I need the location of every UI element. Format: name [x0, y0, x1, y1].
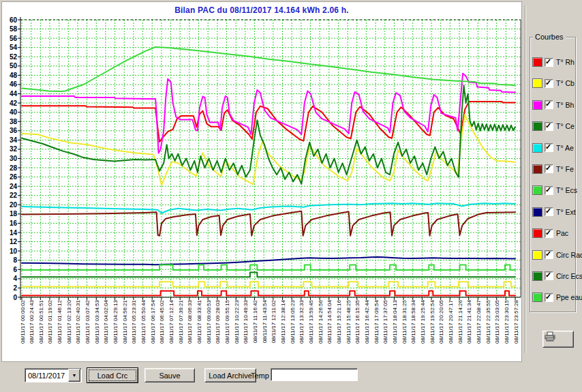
checkbox-t-cb[interactable]: ✓	[545, 79, 553, 88]
svg-text:08/11/17 19:52:54: 08/11/17 19:52:54	[429, 299, 435, 343]
checkbox-t-ae[interactable]: ✓	[545, 143, 553, 152]
dropdown-arrow-icon[interactable]: ▼	[68, 369, 80, 382]
svg-text:08/11/17 11:43:54: 08/11/17 11:43:54	[262, 299, 268, 343]
temp-input[interactable]	[271, 368, 358, 381]
svg-text:08/11/17 04:02:04: 08/11/17 04:02:04	[103, 299, 109, 343]
svg-text:08/11/17 23:30:15: 08/11/17 23:30:15	[504, 299, 510, 343]
temp-label: Temp	[251, 372, 269, 380]
checkbox-t-fe[interactable]: ✓	[545, 164, 553, 173]
svg-text:38: 38	[10, 118, 18, 125]
svg-text:20: 20	[10, 201, 18, 209]
checkbox-circ-rad[interactable]: ✓	[545, 250, 553, 259]
svg-text:08/11/17 09:00:53: 08/11/17 09:00:53	[206, 299, 212, 343]
svg-text:08/11/17 08:33:41: 08/11/17 08:33:41	[196, 299, 202, 343]
svg-text:08/11/17 23:57:28: 08/11/17 23:57:28	[513, 299, 519, 343]
svg-text:08/11/17 00:00:02: 08/11/17 00:00:02	[20, 299, 26, 343]
legend-item-label: T° Cb	[556, 79, 575, 87]
checkbox-ppe-eau[interactable]: ✓	[545, 293, 553, 302]
date-combobox[interactable]: 08/11/2017 ▼	[25, 368, 82, 382]
print-button[interactable]	[542, 331, 574, 348]
checkmark-icon: ✓	[545, 271, 551, 279]
svg-text:08/11/17 13:59:45: 08/11/17 13:59:45	[308, 299, 314, 343]
svg-text:08/11/17 10:49:33: 08/11/17 10:49:33	[243, 299, 249, 343]
svg-text:08/11/17 07:12:14: 08/11/17 07:12:14	[168, 299, 174, 343]
sauve-button[interactable]: Sauve	[144, 368, 195, 382]
legend-item-circ-ecs[interactable]: ✓Circ Ecs	[532, 269, 575, 283]
svg-text:08/11/17 16:15:35: 08/11/17 16:15:35	[354, 299, 361, 343]
svg-text:08/11/17 06:45:02: 08/11/17 06:45:02	[159, 299, 165, 343]
legend-item-t-ae[interactable]: ✓T° Ae	[532, 141, 575, 155]
svg-text:42: 42	[10, 100, 18, 107]
svg-text:08/11/17 19:25:44: 08/11/17 19:25:44	[420, 299, 426, 343]
svg-text:08/11/17 04:29:13: 08/11/17 04:29:13	[112, 299, 119, 343]
svg-text:08/11/17 01:46:12: 08/11/17 01:46:12	[57, 299, 63, 343]
printer-icon	[543, 331, 557, 342]
svg-text:08/11/17 17:37:05: 08/11/17 17:37:05	[382, 299, 388, 343]
svg-text:08/11/17 00:24:43: 08/11/17 00:24:43	[29, 299, 35, 343]
legend-item-t-bh[interactable]: ✓T° Bh	[532, 98, 575, 112]
panel-divider-highlight	[525, 5, 526, 353]
color-swatch	[532, 164, 542, 174]
svg-text:08/11/17 06:17:54: 08/11/17 06:17:54	[150, 299, 156, 343]
checkbox-t-ecs[interactable]: ✓	[545, 186, 553, 195]
checkbox-t-bh[interactable]: ✓	[545, 100, 553, 109]
checkbox-t-ext[interactable]: ✓	[545, 207, 553, 216]
legend-item-t-rh[interactable]: ✓T° Rh	[532, 55, 575, 69]
svg-text:08/11/17 05:50:44: 08/11/17 05:50:44	[140, 299, 147, 343]
legend-item-ppe-eau[interactable]: ✓Ppe eau	[532, 290, 575, 304]
svg-text:08/11/17 03:07:42: 08/11/17 03:07:42	[85, 299, 91, 343]
load-archive-button[interactable]: Load Archive	[204, 368, 256, 382]
checkmark-icon: ✓	[545, 78, 551, 87]
svg-text:08/11/17 10:22:23: 08/11/17 10:22:23	[234, 299, 240, 343]
legend-item-label: T° Bh	[556, 101, 574, 109]
svg-text:52: 52	[10, 53, 18, 61]
svg-text:08/11/17 14:54:04: 08/11/17 14:54:04	[326, 299, 333, 343]
checkbox-t-ce[interactable]: ✓	[545, 122, 553, 131]
svg-text:08/11/17 18:31:25: 08/11/17 18:31:25	[401, 299, 408, 343]
chart-panel: Bilan PAC du 08/11/2017 14.164 kWh 2.06 …	[1, 1, 522, 362]
legend-item-label: T° Ecs	[556, 186, 577, 194]
svg-text:22: 22	[10, 192, 18, 199]
svg-text:08/11/17 12:11:02: 08/11/17 12:11:02	[271, 299, 277, 343]
svg-text:08/11/17 03:34:53: 08/11/17 03:34:53	[94, 299, 100, 343]
load-crc-button[interactable]: Load Crc	[87, 367, 138, 383]
legend-item-t-fe[interactable]: ✓T° Fe	[532, 162, 575, 176]
legend-item-label: T° Ae	[556, 144, 574, 152]
legend-item-circ-rad[interactable]: ✓Circ Rad	[532, 248, 575, 262]
svg-text:08/11/17 18:04:13: 08/11/17 18:04:13	[392, 299, 398, 343]
legend-item-t-ecs[interactable]: ✓T° Ecs	[532, 183, 575, 197]
svg-text:08/11/17 07:39:21: 08/11/17 07:39:21	[178, 299, 184, 343]
legend-item-label: T° Rh	[556, 58, 575, 66]
chart-svg: 0246810121416182022242628303234363840424…	[2, 2, 521, 361]
checkmark-icon: ✓	[545, 164, 551, 172]
svg-text:08/11/17 02:40:31: 08/11/17 02:40:31	[75, 299, 81, 343]
svg-text:8: 8	[13, 256, 17, 264]
svg-text:08/11/17 05:23:31: 08/11/17 05:23:31	[131, 299, 137, 343]
svg-text:48: 48	[10, 72, 18, 79]
checkmark-icon: ✓	[545, 142, 551, 151]
color-swatch	[532, 185, 542, 195]
svg-text:08/11/17 09:55:15: 08/11/17 09:55:15	[224, 299, 230, 343]
svg-text:08/11/17 21:41:34: 08/11/17 21:41:34	[466, 299, 472, 343]
checkbox-circ-ecs[interactable]: ✓	[545, 271, 553, 280]
legend-item-pac[interactable]: ✓Pac	[532, 226, 575, 240]
svg-text:16: 16	[10, 220, 18, 227]
color-swatch	[532, 78, 542, 88]
checkbox-pac[interactable]: ✓	[545, 229, 553, 238]
legend-item-t-cb[interactable]: ✓T° Cb	[532, 76, 575, 90]
svg-text:08/11/17 13:32:33: 08/11/17 13:32:33	[298, 299, 305, 343]
checkmark-icon: ✓	[545, 100, 551, 108]
svg-text:44: 44	[10, 90, 18, 97]
legend-item-t-ext[interactable]: ✓T° Ext	[532, 205, 575, 219]
svg-text:34: 34	[10, 136, 18, 144]
svg-text:50: 50	[10, 62, 18, 70]
checkbox-t-rh[interactable]: ✓	[545, 58, 553, 67]
color-swatch	[532, 228, 542, 238]
legend-items: ✓T° Rh✓T° Cb✓T° Bh✓T° Ce✓T° Ae✓T° Fe✓T° …	[530, 37, 575, 312]
checkmark-icon: ✓	[545, 250, 551, 258]
svg-text:46: 46	[10, 80, 18, 88]
legend-item-t-ce[interactable]: ✓T° Ce	[532, 119, 575, 133]
checkmark-icon: ✓	[545, 185, 551, 194]
svg-text:18: 18	[10, 210, 18, 217]
svg-text:30: 30	[10, 155, 18, 162]
